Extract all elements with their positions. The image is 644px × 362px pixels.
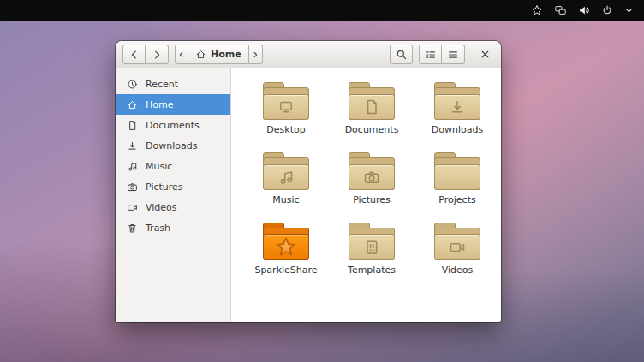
camera-icon bbox=[127, 181, 138, 193]
file-name: Music bbox=[272, 194, 299, 205]
sidebar-item-trash[interactable]: Trash bbox=[116, 217, 230, 238]
window-body: Recent Home Documents Downloads Music Pi… bbox=[116, 68, 501, 322]
star-icon[interactable] bbox=[531, 4, 543, 16]
sidebar-item-videos[interactable]: Videos bbox=[116, 197, 230, 217]
video-camera-icon bbox=[127, 202, 138, 213]
sidebar-item-label: Trash bbox=[146, 223, 170, 234]
file-name: Projects bbox=[438, 194, 475, 205]
view-list-icon bbox=[425, 49, 437, 61]
chevron-left-icon bbox=[128, 49, 140, 61]
sidebar-item-label: Downloads bbox=[146, 140, 197, 151]
file-item-projects[interactable]: Projects bbox=[414, 149, 500, 219]
video-emblem-icon bbox=[449, 239, 466, 256]
file-name: Desktop bbox=[266, 124, 305, 135]
clock-icon bbox=[127, 79, 138, 90]
forward-button[interactable] bbox=[146, 45, 169, 64]
sidebar-item-pictures[interactable]: Pictures bbox=[116, 176, 230, 197]
file-name: Pictures bbox=[353, 194, 391, 205]
file-item-downloads[interactable]: Downloads bbox=[414, 79, 500, 149]
search-button[interactable] bbox=[390, 45, 413, 64]
sidebar-item-label: Home bbox=[146, 99, 173, 110]
file-name: Videos bbox=[442, 264, 474, 276]
file-item-music[interactable]: Music bbox=[243, 149, 329, 219]
sidebar-item-label: Pictures bbox=[146, 181, 183, 193]
close-button[interactable] bbox=[475, 45, 494, 64]
path-location-label: Home bbox=[211, 49, 242, 60]
path-bar: Home bbox=[175, 45, 263, 64]
file-grid: Desktop Documents Download bbox=[231, 68, 501, 322]
home-icon bbox=[195, 49, 206, 60]
search-icon bbox=[396, 49, 408, 61]
folder-icon bbox=[349, 223, 395, 260]
path-scroll-right-button[interactable] bbox=[249, 45, 263, 64]
path-scroll-left-button[interactable] bbox=[175, 45, 188, 64]
sidebar-item-label: Videos bbox=[146, 202, 177, 213]
file-item-templates[interactable]: Templates bbox=[329, 219, 414, 289]
file-item-desktop[interactable]: Desktop bbox=[243, 79, 329, 149]
sidebar-item-music[interactable]: Music bbox=[116, 156, 230, 176]
file-item-sparkleshare[interactable]: SparkleShare bbox=[243, 219, 329, 289]
view-list-button[interactable] bbox=[419, 45, 442, 64]
trash-icon bbox=[127, 223, 138, 234]
small-chevron-right-icon bbox=[251, 50, 259, 59]
small-chevron-left-icon bbox=[177, 50, 186, 59]
volume-icon[interactable] bbox=[578, 4, 590, 16]
star-emblem-icon bbox=[275, 236, 297, 258]
files-window: Home bbox=[116, 41, 501, 322]
camera-emblem-icon bbox=[363, 169, 380, 186]
headerbar-right bbox=[390, 45, 494, 64]
file-name: Documents bbox=[345, 124, 399, 135]
chevron-right-icon bbox=[151, 49, 163, 61]
home-icon bbox=[127, 99, 138, 110]
file-name: SparkleShare bbox=[254, 264, 317, 276]
document-icon bbox=[127, 120, 138, 131]
power-icon[interactable] bbox=[601, 4, 613, 16]
nav-button-group bbox=[122, 45, 169, 64]
folder-icon bbox=[434, 152, 480, 190]
template-emblem-icon bbox=[363, 239, 380, 256]
hamburger-menu-icon bbox=[447, 49, 459, 61]
path-home-button[interactable]: Home bbox=[188, 45, 249, 64]
sidebar-item-label: Documents bbox=[146, 120, 200, 131]
music-note-icon bbox=[127, 161, 138, 172]
file-name: Downloads bbox=[432, 124, 483, 135]
document-emblem-icon bbox=[363, 98, 380, 116]
chevron-down-icon[interactable] bbox=[624, 6, 634, 15]
folder-icon bbox=[349, 82, 395, 120]
headerbar: Home bbox=[116, 41, 501, 68]
network-icon[interactable] bbox=[554, 4, 567, 16]
folder-icon bbox=[263, 82, 309, 120]
sidebar-item-recent[interactable]: Recent bbox=[116, 74, 230, 94]
file-item-videos[interactable]: Videos bbox=[414, 219, 500, 289]
sidebar-item-downloads[interactable]: Downloads bbox=[116, 135, 230, 156]
folder-icon bbox=[434, 82, 480, 120]
folder-icon bbox=[263, 152, 309, 190]
folder-icon-orange bbox=[263, 223, 309, 260]
sidebar-item-home[interactable]: Home bbox=[116, 94, 230, 115]
music-emblem-icon bbox=[277, 169, 295, 186]
download-icon bbox=[127, 140, 138, 151]
folder-icon bbox=[434, 223, 480, 260]
top-shell-bar bbox=[0, 0, 644, 21]
file-item-pictures[interactable]: Pictures bbox=[329, 149, 414, 219]
close-icon bbox=[480, 49, 491, 60]
file-name: Templates bbox=[348, 264, 396, 276]
view-menu-group bbox=[419, 45, 465, 64]
folder-icon bbox=[349, 152, 395, 190]
menu-button[interactable] bbox=[442, 45, 465, 64]
sidebar-item-label: Music bbox=[146, 161, 172, 172]
desktop-emblem-icon bbox=[277, 98, 295, 116]
back-button[interactable] bbox=[122, 45, 146, 64]
file-item-documents[interactable]: Documents bbox=[329, 79, 414, 149]
sidebar-item-label: Recent bbox=[146, 79, 178, 90]
sidebar-item-documents[interactable]: Documents bbox=[116, 115, 230, 135]
download-emblem-icon bbox=[449, 98, 466, 116]
sidebar: Recent Home Documents Downloads Music Pi… bbox=[116, 68, 231, 322]
